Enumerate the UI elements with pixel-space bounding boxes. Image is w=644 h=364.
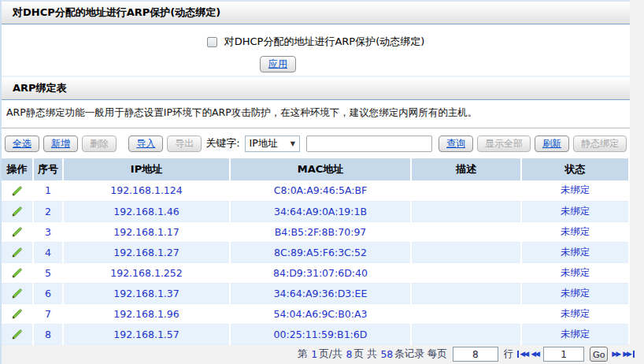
- status-cell: 未绑定: [521, 180, 628, 201]
- arp-panel-title: ARP绑定表: [2, 77, 630, 100]
- query-button[interactable]: 查询: [439, 136, 473, 152]
- edit-pencil-icon[interactable]: [11, 307, 24, 320]
- edit-pencil-icon[interactable]: [11, 225, 24, 238]
- table-header: 操作 序号 IP地址 MAC地址 描述 状态: [2, 158, 628, 180]
- table-row: 8 192.168.1.57 00:25:11:59:B1:6D 未绑定: [2, 324, 628, 344]
- mac-cell: B4:B5:2F:8B:70:97: [230, 221, 411, 242]
- no-cell: 4: [33, 242, 63, 262]
- arp-toolbar: 全选 新增 删除 导入 导出 关键字: IP地址 ▼ 查询 显示全部 刷新 静态…: [2, 128, 630, 158]
- edit-cell: [2, 201, 33, 221]
- main-content: 对DHCP分配的地址进行ARP保护(动态绑定) 对DHCP分配的地址进行ARP保…: [2, 0, 630, 344]
- no-cell: 6: [33, 283, 63, 303]
- ip-cell: 192.168.1.37: [63, 283, 230, 303]
- ip-cell: 192.168.1.252: [63, 262, 230, 283]
- edit-pencil-icon[interactable]: [11, 266, 24, 279]
- edit-pencil-icon[interactable]: [11, 287, 24, 299]
- next-page-icon[interactable]: ▶▶: [612, 351, 620, 358]
- delete-button[interactable]: 删除: [82, 136, 117, 152]
- total-records: 58: [380, 348, 393, 360]
- column-header-desc: 描述: [411, 158, 521, 180]
- desc-cell: [411, 283, 521, 303]
- mac-cell: C8:0A:A9:46:5A:BF: [230, 180, 411, 201]
- rows-label: 行: [504, 347, 514, 361]
- table-row: 2 192.168.1.46 34:64:A9:0A:19:1B 未绑定: [2, 201, 628, 221]
- per-page-input[interactable]: [453, 347, 498, 362]
- dhcp-checkbox-row: 对DHCP分配的地址进行ARP保护(动态绑定): [2, 32, 630, 52]
- desc-cell: [411, 303, 521, 324]
- table-row: 4 192.168.1.27 8C:89:A5:F6:3C:52 未绑定: [2, 242, 628, 262]
- edit-cell: [2, 180, 33, 201]
- export-button[interactable]: 导出: [167, 136, 202, 152]
- column-header-mac: MAC地址: [230, 158, 411, 180]
- edit-cell: [2, 303, 33, 324]
- arp-binding-table: 操作 序号 IP地址 MAC地址 描述 状态: [2, 158, 628, 345]
- ip-cell: 192.168.1.17: [63, 221, 230, 242]
- mac-cell: 00:25:11:59:B1:6D: [230, 324, 411, 344]
- status-cell: 未绑定: [521, 201, 628, 221]
- chevron-down-icon: ▼: [291, 140, 295, 147]
- select-all-button[interactable]: 全选: [5, 136, 39, 152]
- column-header-no: 序号: [33, 158, 63, 180]
- ip-cell: 192.168.1.46: [63, 201, 230, 221]
- goto-page-input[interactable]: [543, 347, 584, 362]
- no-cell: 5: [33, 262, 63, 283]
- status-cell: 未绑定: [521, 303, 628, 324]
- desc-cell: [411, 201, 521, 221]
- column-header-ip: IP地址: [63, 158, 230, 180]
- no-cell: 2: [33, 201, 63, 221]
- mac-cell: 34:64:A9:36:D3:EE: [230, 283, 411, 303]
- mac-cell: 8C:89:A5:F6:3C:52: [230, 242, 411, 262]
- apply-button[interactable]: 应用: [260, 56, 296, 72]
- records-perpage-label: 条记录 每页: [394, 347, 446, 361]
- table-row: 3 192.168.1.17 B4:B5:2F:8B:70:97 未绑定: [2, 221, 628, 242]
- no-cell: 3: [33, 221, 63, 242]
- column-header-action: 操作: [2, 158, 33, 180]
- status-cell: 未绑定: [521, 324, 628, 344]
- edit-cell: [2, 221, 33, 242]
- no-cell: 1: [33, 180, 63, 201]
- keyword-field-select[interactable]: IP地址 ▼: [245, 136, 300, 152]
- edit-cell: [2, 283, 33, 303]
- column-header-status: 状态: [521, 158, 628, 180]
- arp-table-body: 1 192.168.1.124 C8:0A:A9:46:5A:BF 未绑定 2: [2, 180, 628, 344]
- import-button[interactable]: 导入: [128, 136, 163, 152]
- status-cell: 未绑定: [521, 262, 628, 283]
- mac-cell: 84:D9:31:07:6D:40: [230, 262, 411, 283]
- of-label: 页/共: [319, 347, 342, 361]
- previous-page-icon[interactable]: ◀◀: [531, 351, 539, 358]
- status-cell: 未绑定: [521, 283, 628, 303]
- edit-pencil-icon[interactable]: [11, 246, 24, 258]
- mac-cell: 54:04:A6:9C:B0:A3: [230, 303, 411, 324]
- show-all-button[interactable]: 显示全部: [477, 136, 531, 152]
- dhcp-protect-checkbox[interactable]: [207, 37, 217, 47]
- keyword-label: 关键字:: [205, 136, 239, 150]
- keyword-search-input[interactable]: [306, 136, 432, 152]
- status-cell: 未绑定: [521, 221, 628, 242]
- ip-cell: 192.168.1.96: [63, 303, 230, 324]
- ip-cell: 192.168.1.27: [63, 242, 230, 262]
- add-button[interactable]: 新增: [43, 136, 78, 152]
- edit-pencil-icon[interactable]: [11, 328, 24, 340]
- edit-pencil-icon[interactable]: [11, 205, 24, 217]
- status-cell: 未绑定: [521, 242, 628, 262]
- ip-cell: 192.168.1.57: [63, 324, 230, 344]
- desc-cell: [411, 262, 521, 283]
- no-cell: 8: [33, 324, 63, 344]
- refresh-button[interactable]: 刷新: [535, 136, 569, 152]
- first-page-icon[interactable]: ◀◀: [517, 351, 527, 358]
- edit-pencil-icon[interactable]: [11, 184, 24, 197]
- table-row: 5 192.168.1.252 84:D9:31:07:6D:40 未绑定: [2, 262, 628, 283]
- static-bind-button[interactable]: 静态绑定: [573, 136, 627, 152]
- pages-total-label: 页 共: [353, 347, 376, 361]
- pagination-bar: 第1页/共8页 共58条记录 每页 行 ◀◀ ◀◀ Go ▶▶ ▶▶: [0, 344, 639, 364]
- edit-cell: [2, 324, 33, 344]
- table-row: 1 192.168.1.124 C8:0A:A9:46:5A:BF 未绑定: [2, 180, 628, 201]
- desc-cell: [411, 221, 521, 242]
- table-row: 6 192.168.1.37 34:64:A9:36:D3:EE 未绑定: [2, 283, 628, 303]
- table-row: 7 192.168.1.96 54:04:A6:9C:B0:A3 未绑定: [2, 303, 628, 324]
- go-button[interactable]: Go: [590, 347, 608, 362]
- last-page-icon[interactable]: ▶▶: [623, 351, 635, 358]
- desc-cell: [411, 324, 521, 344]
- arp-description: ARP静态绑定功能一般用于静态设置IP环境下的ARP攻击防护，在这种环境下，建议…: [2, 100, 630, 128]
- desc-cell: [411, 180, 521, 201]
